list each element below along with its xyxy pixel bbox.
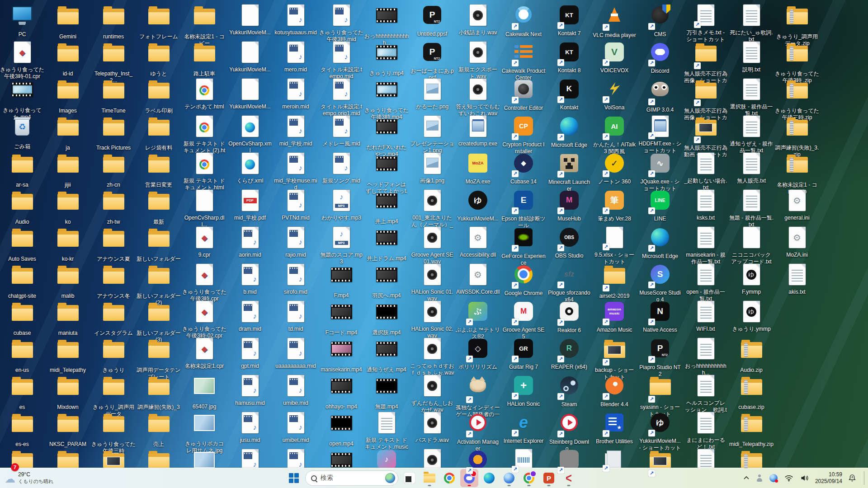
- desktop-icon[interactable]: ずんだもん_しおかぜ.wav: [410, 374, 454, 413]
- desktop-icon[interactable]: ♪td.mid: [274, 300, 318, 333]
- taskbar-app-file-explorer[interactable]: [420, 469, 439, 487]
- desktop-icon[interactable]: ♪uaaaaaaaaa.mid: [274, 337, 318, 370]
- taskbar-app-google-chrome[interactable]: [440, 469, 458, 487]
- desktop-icon[interactable]: きゅうりボカコレ用サムネ.jpg: [182, 411, 226, 454]
- desktop-icon[interactable]: ↗VoiSona: [592, 78, 637, 111]
- start-button[interactable]: [285, 469, 303, 487]
- desktop-icon[interactable]: S↗MuseScore Studio 4: [638, 263, 682, 303]
- weather-widget[interactable]: ☁7 29°C くもりのち晴れ: [5, 469, 54, 487]
- desktop-icon[interactable]: ↗Google Chrome: [501, 263, 546, 297]
- desktop-icon[interactable]: ◆↗Cubase 14: [501, 152, 546, 185]
- desktop-icon[interactable]: だれだFXいれたやつ.mp4: [364, 115, 409, 158]
- desktop-icon[interactable]: ゆYukkuriMovieM...: [456, 189, 500, 222]
- desktop-icon[interactable]: Audio: [0, 189, 44, 225]
- desktop-icon[interactable]: まにまにわーるど！.txt: [684, 411, 728, 450]
- desktop-icon[interactable]: ゆ↗YukkuriMovieM... - ショートカット: [638, 411, 682, 451]
- desktop-icon[interactable]: こってゅｈｄすおｆｄｓｂふぉ.wav: [410, 337, 454, 376]
- desktop-icon[interactable]: レジ袋有料: [137, 115, 181, 151]
- desktop-icon[interactable]: AI↗かんたん！AITalk 3 関西風: [592, 115, 637, 155]
- desktop-icon[interactable]: Gemini: [46, 4, 90, 40]
- desktop-icon[interactable]: 無題 - 親作品一覧.txt: [729, 189, 774, 228]
- desktop-icon[interactable]: 最新: [137, 189, 181, 225]
- desktop-icon[interactable]: ↗Steam: [547, 374, 591, 408]
- desktop-icon[interactable]: ♪タイトル未設定.tempo.orig1.mid: [319, 78, 363, 117]
- show-desktop-button[interactable]: [864, 471, 864, 485]
- desktop-icon[interactable]: ↗Reaktor 6: [547, 300, 591, 334]
- desktop-icon[interactable]: ⚙MoZA.ini: [775, 226, 819, 258]
- desktop-icon[interactable]: YukkuriMovieM...: [228, 78, 272, 110]
- desktop-icon[interactable]: runtimes: [91, 4, 136, 40]
- desktop-icon[interactable]: ♪タイトル未設定.tempo.mid: [319, 41, 363, 80]
- desktop-icon[interactable]: かるーた.png: [410, 78, 454, 110]
- desktop-icon[interactable]: midi_Telepathy.zip: [729, 411, 774, 448]
- desktop-icon[interactable]: ohhayo-.mp4: [319, 374, 363, 410]
- desktop-icon[interactable]: N↗Native Access: [638, 300, 682, 333]
- desktop-icon[interactable]: ↗CMS: [638, 4, 682, 38]
- desktop-icon[interactable]: ♪mero.mid: [274, 41, 318, 73]
- tray-person-icon[interactable]: [755, 474, 764, 483]
- desktop-icon[interactable]: ♪jusu.mid: [228, 411, 272, 444]
- desktop-icon[interactable]: ◇↗ポリリリリズム: [456, 337, 500, 371]
- desktop-icon[interactable]: ↗Microsoft Edge: [547, 115, 591, 149]
- desktop-icon[interactable]: R↗REAPER (x64): [547, 337, 591, 371]
- volume-icon[interactable]: [799, 474, 810, 483]
- desktop-icon[interactable]: ↗GIMP 3.0.4: [638, 78, 682, 113]
- desktop-icon[interactable]: manisekarin - 親作品一覧.txt: [684, 226, 728, 265]
- desktop-icon[interactable]: ♪aorin.mid: [228, 226, 272, 258]
- desktop-icon[interactable]: 路上駐車: [182, 41, 226, 77]
- desktop-icon[interactable]: ♪meroin.mid: [274, 78, 318, 110]
- desktop-icon[interactable]: ニコニコバックアップコード.txt: [729, 226, 774, 265]
- desktop-icon[interactable]: ∿↗JQuake.exe - ショートカット: [638, 152, 682, 192]
- clock[interactable]: 10:59 2025/09/14: [815, 471, 842, 485]
- desktop-icon[interactable]: midi_Telepathy: [46, 337, 90, 374]
- desktop-icon[interactable]: バスドラ.wav: [410, 411, 454, 444]
- desktop-icon[interactable]: M↗MuseHub: [547, 189, 591, 222]
- desktop-icon[interactable]: ↗Activation Manager: [456, 411, 500, 452]
- desktop-icon[interactable]: 筆↗筆まめ Ver.28: [592, 189, 637, 222]
- desktop-icon[interactable]: きゅうり: [91, 337, 136, 374]
- desktop-icon[interactable]: ⚙Accessibility.dll: [456, 226, 500, 258]
- desktop-icon[interactable]: 新規エクスポート.wav: [456, 41, 500, 80]
- desktop-icon[interactable]: 65407.jpg: [182, 374, 226, 410]
- desktop-icon[interactable]: 無人販売.txt: [729, 152, 774, 184]
- desktop-icon[interactable]: 調声練習(失敗)_3: [137, 374, 181, 411]
- desktop-icon[interactable]: Mixdown: [46, 374, 90, 411]
- desktop-icon[interactable]: ♪MP3わかりやす.mp3: [319, 189, 363, 221]
- desktop-icon[interactable]: manisekarin.mp4: [319, 337, 363, 373]
- desktop-icon[interactable]: ♪umibet.mid: [274, 411, 318, 444]
- desktop-icon[interactable]: ゆきゅうり.ymmp: [729, 300, 774, 333]
- desktop-icon[interactable]: E↗Epson 接続診断ツール: [501, 189, 546, 229]
- desktop-icon[interactable]: F.mp4: [319, 263, 363, 299]
- desktop-icon[interactable]: ♪umibe.mid: [274, 374, 318, 407]
- desktop-icon[interactable]: ♪kotusytuaaus.mid: [274, 4, 318, 36]
- desktop-icon[interactable]: ↗Steinberg Downlo...: [547, 411, 591, 452]
- desktop-icon[interactable]: ko: [46, 189, 90, 225]
- desktop-icon[interactable]: cubase.zip: [729, 374, 774, 411]
- desktop-icon[interactable]: ⚙AWSSDK.Core.dll: [456, 263, 500, 296]
- desktop-icon[interactable]: ↗Controller Editor: [501, 78, 546, 112]
- desktop-icon[interactable]: es-es: [0, 411, 44, 448]
- desktop-icon[interactable]: MoZAMoZA.exe: [456, 152, 500, 185]
- desktop-icon[interactable]: PNT2↗Piapro Studio NT2: [638, 337, 682, 378]
- desktop-icon[interactable]: YukkuriMovieM...: [228, 4, 272, 36]
- desktop-icon[interactable]: フォトフレーム: [137, 4, 181, 40]
- desktop-icon[interactable]: ar-sa: [0, 152, 44, 188]
- desktop-icon[interactable]: ♪rajio.mid: [274, 226, 318, 258]
- desktop-icon[interactable]: createdump.exe: [456, 115, 500, 147]
- desktop-icon[interactable]: 説明.txt: [729, 41, 774, 73]
- desktop-icon[interactable]: PDFmid_学校.pdf: [228, 189, 272, 221]
- desktop-icon[interactable]: ↗Microsoft Edge: [638, 226, 682, 260]
- desktop-icon[interactable]: KT↗Kontakt 7: [547, 4, 591, 37]
- desktop-icon[interactable]: ◆9.cpr: [182, 226, 226, 258]
- desktop-icon[interactable]: zh-cn: [91, 152, 136, 188]
- desktop-icon[interactable]: chatgpt-site: [0, 263, 44, 300]
- desktop-icon[interactable]: ko-kr: [46, 226, 90, 263]
- desktop-icon[interactable]: ↗HDDFMT.exe - ショートカット: [638, 115, 682, 154]
- desktop-icon[interactable]: インスタグラム: [91, 300, 136, 337]
- desktop-icon[interactable]: 新規 テキスト ドキュメント.html: [182, 152, 226, 191]
- desktop-icon[interactable]: ぷ↗ぷよぷよ™テトリス®2: [456, 300, 500, 340]
- desktop-icon[interactable]: ↗Minecraft Launcher: [547, 152, 591, 192]
- desktop-icon[interactable]: es: [0, 374, 44, 411]
- desktop-icon[interactable]: malib: [46, 263, 90, 300]
- desktop-icon[interactable]: ラベル印刷: [137, 78, 181, 114]
